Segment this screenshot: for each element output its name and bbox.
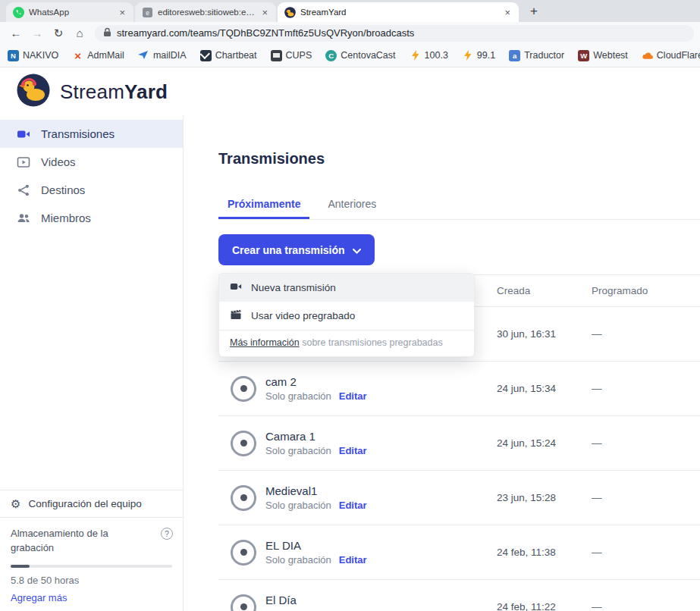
- sidebar-item-transmisiones[interactable]: Transmisiones: [0, 120, 183, 148]
- table-row: cam 2 Solo grabaciónEditar 24 jun, 15:34…: [218, 362, 700, 416]
- record-icon: [231, 594, 256, 611]
- browser-tab-streamyard[interactable]: StreamYard ×: [278, 2, 519, 22]
- bookmark-maildia[interactable]: mailDIA: [138, 50, 187, 61]
- traductor-favicon-icon: [509, 50, 520, 61]
- storage-progress-fill: [11, 565, 30, 568]
- webtest-favicon-icon: [578, 50, 589, 61]
- bookmark-cups[interactable]: CUPS: [271, 50, 312, 61]
- radio-bolt-icon: [462, 50, 473, 61]
- storage-progress-bar: [11, 565, 172, 568]
- sidebar: Transmisiones Videos Destinos: [0, 115, 184, 611]
- url-text: streamyard.com/teams/TQDhBC9ZNTmft6z5UsQ…: [117, 27, 414, 39]
- streamyard-wordmark[interactable]: StreamYard: [60, 80, 168, 104]
- svg-text:e: e: [146, 8, 149, 16]
- admmail-favicon-icon: [72, 50, 83, 61]
- team-settings-button[interactable]: ⚙ Configuración del equipo: [0, 490, 183, 517]
- maildia-favicon-icon: [138, 50, 149, 61]
- table-row: El Día Solo grabaciónEditar 24 feb, 11:2…: [218, 580, 700, 611]
- nakivo-favicon-icon: [8, 50, 19, 61]
- bookmark-traductor[interactable]: Traductor: [509, 50, 564, 61]
- bookmark-99-1[interactable]: 99.1: [462, 50, 495, 61]
- storage-label: Almacenamiento de la grabación: [11, 527, 128, 556]
- bookmark-centovacast[interactable]: CentovaCast: [325, 50, 395, 61]
- tab-title: WhatsApp: [29, 8, 113, 17]
- share-icon: [17, 183, 30, 197]
- bookmark-cloudflare[interactable]: CloudFlare: [642, 50, 700, 61]
- bookmark-nakivo[interactable]: NAKIVO: [8, 50, 58, 61]
- address-bar[interactable]: streamyard.com/teams/TQDhBC9ZNTmft6z5UsQ…: [95, 25, 694, 42]
- record-icon: [231, 540, 256, 566]
- create-broadcast-button[interactable]: Crear una transmisión: [218, 234, 375, 265]
- radio-bolt-icon: [410, 50, 421, 61]
- record-icon: [231, 431, 256, 456]
- record-icon: [231, 376, 256, 402]
- app-body: Transmisiones Videos Destinos: [0, 115, 700, 611]
- tab-close-icon[interactable]: ×: [503, 7, 512, 18]
- chartbeat-favicon-icon: [200, 50, 212, 61]
- sidebar-item-miembros[interactable]: Miembros: [0, 204, 183, 232]
- table-row: Camara 1 Solo grabaciónEditar 24 jun, 15…: [218, 416, 700, 471]
- edit-link[interactable]: Editar: [339, 390, 367, 402]
- storage-panel: Almacenamiento de la grabación ? 5.8 de …: [0, 517, 183, 611]
- forward-icon[interactable]: →: [27, 27, 47, 39]
- bookmark-admmail[interactable]: AdmMail: [72, 50, 124, 61]
- page-title: Transmisiones: [218, 150, 325, 168]
- chevron-down-icon: [353, 244, 361, 256]
- add-more-link[interactable]: Agregar más: [11, 592, 172, 603]
- streamyard-favicon-icon: [284, 7, 296, 18]
- gear-icon: ⚙: [11, 497, 20, 511]
- browser-tab-strip: WhatsApp × e editoresweb:sitioweb:eldia.…: [0, 0, 700, 22]
- create-broadcast-dropdown: Nueva transmisión Usar video pregrabado …: [218, 273, 475, 357]
- tab-proximamente[interactable]: Próximamente: [218, 194, 309, 219]
- sidebar-spacer: [0, 232, 183, 490]
- cups-favicon-icon: [271, 50, 282, 61]
- back-icon[interactable]: ←: [6, 27, 26, 39]
- whatsapp-favicon-icon: [13, 7, 24, 18]
- storage-usage-text: 5.8 de 50 horas: [11, 575, 172, 586]
- tab-close-icon[interactable]: ×: [260, 7, 269, 18]
- menu-footer: Más información sobre transmisiones preg…: [219, 331, 474, 356]
- sidebar-item-destinos[interactable]: Destinos: [0, 176, 183, 204]
- column-scheduled: Programado: [592, 285, 700, 296]
- browser-tab-whatsapp[interactable]: WhatsApp ×: [6, 2, 133, 22]
- sidebar-item-videos[interactable]: Videos: [0, 148, 183, 176]
- menu-item-nueva-transmision[interactable]: Nueva transmisión: [219, 274, 474, 302]
- edit-link[interactable]: Editar: [339, 554, 367, 566]
- browser-toolbar: ← → ↻ ⌂ streamyard.com/teams/TQDhBC9ZNTm…: [0, 22, 700, 44]
- site-favicon-icon: e: [142, 7, 153, 18]
- sidebar-nav: Transmisiones Videos Destinos: [0, 115, 183, 232]
- bookmarks-bar: NAKIVO AdmMail mailDIA Chartbeat CUPS Ce…: [0, 44, 700, 67]
- table-row: Medieval1 Solo grabaciónEditar 23 jun, 1…: [218, 471, 700, 525]
- lock-icon: [103, 27, 111, 40]
- video-camera-icon: [17, 127, 30, 141]
- tab-title: editoresweb:sitioweb:eldia.co: [158, 8, 256, 17]
- centovacast-favicon-icon: [325, 50, 337, 61]
- bookmark-webtest[interactable]: Webtest: [578, 50, 628, 61]
- reload-icon[interactable]: ↻: [49, 27, 68, 40]
- tab-title: StreamYard: [300, 8, 498, 17]
- browser-tab-editoresweb[interactable]: e editoresweb:sitioweb:eldia.co ×: [135, 2, 276, 22]
- mas-informacion-link[interactable]: Más información: [230, 337, 300, 348]
- clapperboard-icon: [230, 309, 242, 323]
- video-play-icon: [17, 155, 30, 169]
- help-icon[interactable]: ?: [161, 528, 173, 540]
- main-content: Transmisiones Próximamente Anteriores Cr…: [184, 115, 700, 611]
- streamyard-logo-icon[interactable]: [17, 74, 50, 110]
- bookmark-100-3[interactable]: 100.3: [410, 50, 448, 61]
- edit-link[interactable]: Editar: [339, 500, 367, 511]
- cloudflare-favicon-icon: [642, 50, 653, 61]
- edit-link[interactable]: Editar: [339, 445, 367, 456]
- tab-anteriores[interactable]: Anteriores: [319, 194, 385, 219]
- broadcast-tabs: Próximamente Anteriores: [218, 194, 700, 220]
- new-tab-button[interactable]: +: [525, 2, 543, 20]
- browser-window: WhatsApp × e editoresweb:sitioweb:eldia.…: [0, 0, 700, 611]
- home-icon[interactable]: ⌂: [70, 27, 89, 39]
- record-icon: [231, 485, 256, 511]
- streamyard-header: StreamYard: [0, 68, 700, 115]
- bookmark-chartbeat[interactable]: Chartbeat: [200, 50, 257, 61]
- column-created: Creada: [497, 285, 592, 296]
- people-icon: [17, 212, 30, 225]
- menu-item-video-pregrabado[interactable]: Usar video pregrabado: [219, 302, 474, 330]
- tab-close-icon[interactable]: ×: [118, 7, 127, 18]
- camera-icon: [230, 280, 242, 295]
